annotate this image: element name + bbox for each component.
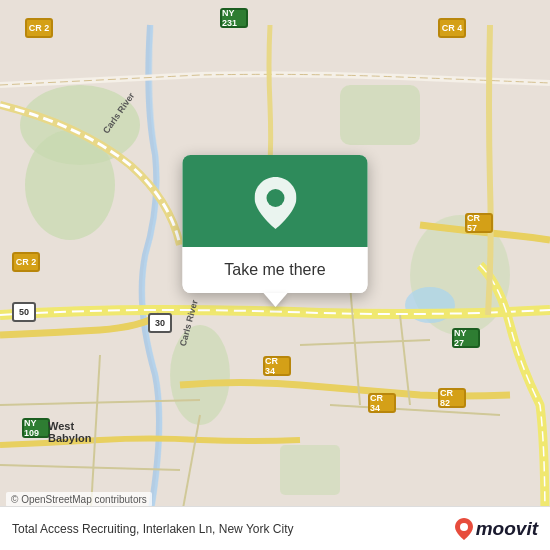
info-bar: Total Access Recruiting, Interlaken Ln, … [0,506,550,550]
route-sign-cr2-mid: CR 2 [12,252,40,272]
location-pin-icon [254,177,296,229]
route-sign-cr34-right: CR 34 [368,393,396,413]
osm-attribution: © OpenStreetMap contributors [6,492,152,507]
route-sign-cr57: CR 57 [465,213,493,233]
svg-rect-3 [340,85,420,145]
route-sign-ny27: NY 27 [452,328,480,348]
popup-header [183,155,368,247]
moovit-text: moovit [476,518,538,540]
popup-arrow [263,293,287,307]
take-me-there-button[interactable]: Take me there [183,247,368,293]
svg-point-16 [266,189,284,207]
route-sign-cr2-top: CR 2 [25,18,53,38]
location-text: Total Access Recruiting, Interlaken Ln, … [12,522,447,536]
moovit-logo: moovit [455,518,538,540]
svg-point-17 [460,523,468,531]
route-sign-cr4: CR 4 [438,18,466,38]
route-sign-50: 50 [12,302,36,322]
popup-card: Take me there [183,155,368,293]
svg-rect-6 [280,445,340,495]
moovit-pin-icon [455,518,473,540]
route-sign-ny109: NY 109 [22,418,50,438]
route-sign-cr82: CR 82 [438,388,466,408]
route-sign-ny231-top: NY 231 [220,8,248,28]
map-container: NY 231 CR 2 CR 4 CR 2 CR 57 50 NY 231 30… [0,0,550,550]
west-babylon-label: WestBabylon [48,420,91,444]
route-sign-30: 30 [148,313,172,333]
route-sign-cr34-left: CR 34 [263,356,291,376]
